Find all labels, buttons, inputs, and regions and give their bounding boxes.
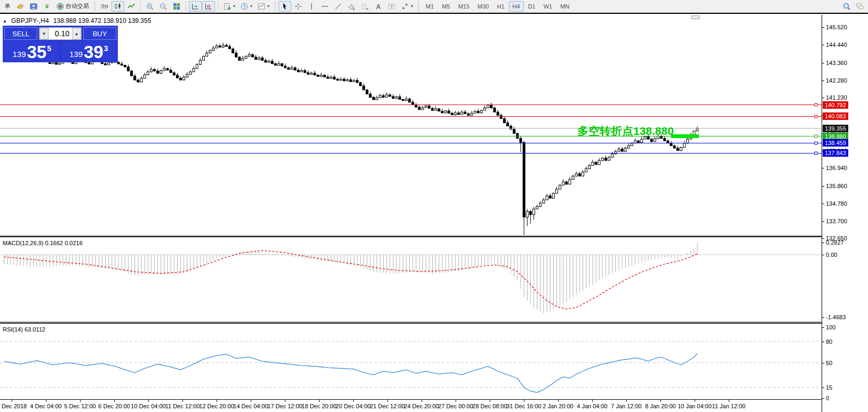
time-label: 17 Dec 12:00	[267, 403, 302, 409]
tf-w1-button[interactable]: W1	[540, 1, 556, 12]
zoom-out-button[interactable]	[157, 1, 170, 12]
time-label: 2 Jan 20:00	[543, 403, 574, 409]
time-label: 18 Dec 20:00	[301, 403, 336, 409]
axis-tickmark	[822, 255, 824, 255]
level-price-badge: 140.083	[823, 112, 848, 120]
main-chart[interactable]	[0, 15, 822, 235]
sell-button[interactable]: SELL	[4, 27, 37, 40]
chart-shift-button[interactable]	[202, 1, 215, 12]
auto-scroll-button[interactable]	[189, 1, 202, 12]
equidistant-channel-button[interactable]: E	[345, 1, 358, 12]
text-label-button[interactable]: T	[385, 1, 398, 12]
tile-windows-button[interactable]	[170, 1, 183, 12]
periods-button[interactable]: ▾	[238, 1, 254, 12]
signals-icon	[43, 2, 51, 11]
level-price-badge: 140.792	[823, 101, 848, 109]
sell-price[interactable]: 139 35 5	[4, 41, 60, 61]
tf-m15-button[interactable]: M15	[455, 1, 473, 12]
time-label: 14 Dec 04:00	[233, 403, 268, 409]
dropdown-arrow-icon[interactable]: ▾	[250, 4, 252, 9]
signals-button[interactable]	[41, 1, 53, 12]
bar-chart-button[interactable]	[98, 1, 111, 12]
time-tickmark	[660, 400, 661, 402]
templates-button[interactable]: ▾	[255, 1, 272, 12]
toolbar-grip	[418, 2, 419, 11]
tf-h1-button[interactable]: H1	[493, 1, 508, 12]
line-chart-button[interactable]	[125, 1, 138, 12]
pane-separator-macd[interactable]	[0, 235, 868, 237]
chart-annotation-text[interactable]: 多空转折点138.880	[577, 124, 674, 139]
axis-tickmark	[822, 317, 824, 318]
price-axis[interactable]: 145.520144.440143.360142.280141.230140.1…	[822, 15, 868, 412]
dropdown-arrow-icon[interactable]: ▾	[267, 4, 269, 9]
svg-text:A: A	[376, 3, 381, 10]
fibonacci-retracement-button[interactable]: F	[359, 1, 371, 12]
dropdown-arrow-icon[interactable]: ▾	[233, 4, 235, 9]
crosshair-icon	[294, 2, 302, 11]
candlestick-chart-button[interactable]	[112, 1, 124, 12]
zoom-in-button[interactable]	[144, 1, 156, 12]
chart-scroll-marker[interactable]	[691, 15, 699, 19]
pane-separator-rsi[interactable]	[0, 321, 868, 324]
new-order-button[interactable]: 单	[2, 1, 13, 12]
volume-stepper: ▼ 0.10 ▲	[39, 27, 82, 40]
tf-d1-button[interactable]: D1	[524, 1, 539, 12]
metaeditor-button[interactable]	[27, 1, 40, 12]
cursor-button[interactable]	[278, 1, 291, 12]
crosshair-button[interactable]	[292, 1, 305, 12]
tf-h4-button[interactable]: H4	[509, 1, 524, 12]
axis-tickmark	[822, 204, 824, 204]
price-tick: 136.940	[826, 165, 847, 171]
trade-panel-toggle[interactable]: ▲	[3, 19, 7, 23]
community-chat-icon	[856, 2, 864, 11]
buy-price[interactable]: 139 39 3	[61, 41, 117, 61]
horizontal-line-button[interactable]	[318, 1, 331, 12]
volume-value[interactable]: 0.10	[49, 28, 72, 39]
time-label: 5 Dec 12:00	[64, 403, 95, 409]
dropdown-arrow-icon[interactable]: ▾	[411, 4, 413, 9]
new-order-label: 单	[5, 2, 11, 10]
indicators-list-icon	[223, 2, 232, 11]
trendline-button[interactable]	[332, 1, 345, 12]
toolbar-grip	[274, 2, 276, 11]
arrows-button[interactable]: ▾	[399, 1, 415, 12]
periods-icon	[240, 2, 249, 11]
buy-price-prefix: 139	[69, 50, 83, 59]
auto-trading-button[interactable]: 自动交易	[54, 1, 91, 12]
volume-increase-button[interactable]: ▲	[72, 28, 81, 39]
indicators-list-button[interactable]: ▾	[221, 1, 237, 12]
metaeditor-icon	[29, 2, 38, 11]
macd-pane[interactable]	[0, 237, 822, 321]
level-price-badge: 137.843	[823, 149, 848, 157]
tf-m5-button[interactable]: M5	[438, 1, 453, 12]
time-tickmark	[729, 400, 729, 402]
volume-decrease-button[interactable]: ▼	[39, 28, 49, 39]
rsi-pane[interactable]	[0, 324, 822, 399]
sell-price-big: 35	[27, 44, 47, 60]
line-chart-icon	[127, 2, 136, 11]
tf-m30-button[interactable]: M30	[474, 1, 492, 12]
time-tickmark	[285, 400, 285, 402]
time-tickmark	[456, 400, 456, 402]
price-tick: 134.780	[826, 200, 847, 207]
toolbar-separator	[186, 2, 186, 11]
price-tick: 133.700	[826, 218, 847, 224]
search-button[interactable]	[840, 1, 853, 12]
toolbar-separator	[218, 2, 218, 11]
price-tick: 142.280	[826, 77, 847, 84]
axis-tickmark	[822, 327, 824, 328]
level-price-badge: 138.459	[823, 139, 848, 147]
time-axis[interactable]: 2 Dec 20184 Dec 04:005 Dec 12:006 Dec 20…	[0, 399, 822, 412]
main-toolbar: 单自动交易▾▾▾EFAT▾M1M5M15M30H1H4D1W1MN	[0, 0, 868, 13]
text-button[interactable]: A	[372, 1, 385, 12]
time-tickmark	[319, 400, 320, 402]
market-watch-button[interactable]	[14, 1, 27, 12]
vertical-line-button[interactable]	[305, 1, 318, 12]
text-label-icon: T	[387, 2, 396, 11]
vertical-line-icon	[307, 2, 316, 11]
time-label: 4 Dec 04:00	[30, 403, 61, 409]
tf-mn-button[interactable]: MN	[556, 1, 573, 12]
community-chat-button[interactable]	[854, 1, 866, 12]
buy-button[interactable]: BUY	[83, 27, 116, 40]
tf-m1-button[interactable]: M1	[422, 1, 437, 12]
